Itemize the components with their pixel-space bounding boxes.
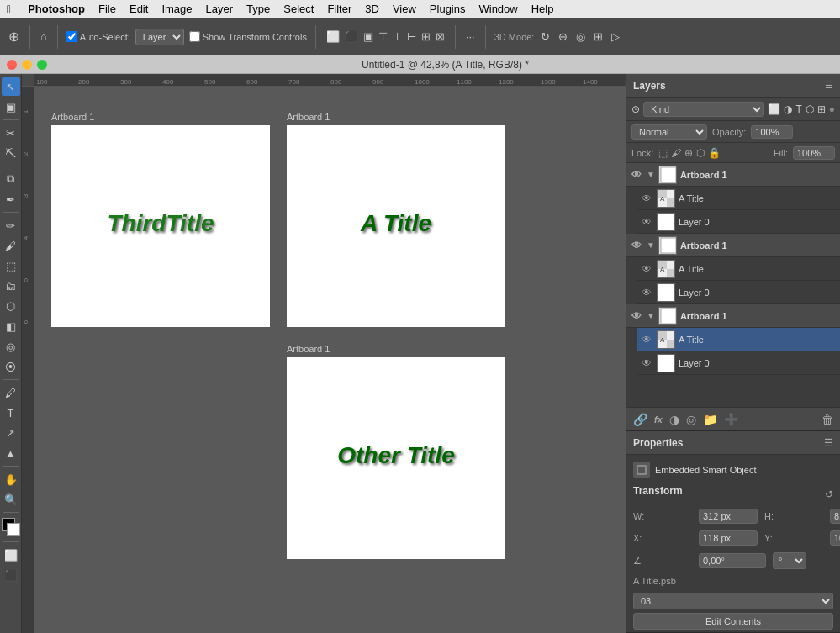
align-middle-v-icon[interactable]: ⊥ [391, 29, 404, 45]
3d-pan-icon[interactable]: ⊕ [557, 29, 569, 45]
eye-icon-ab3[interactable]: 👁 [630, 309, 643, 323]
fill-input[interactable] [793, 146, 835, 160]
filter-toggle-icon[interactable]: ● [829, 103, 835, 115]
angle-unit-select[interactable]: ° [773, 552, 806, 569]
minimize-button[interactable] [22, 60, 32, 70]
menubar-view[interactable]: View [393, 3, 416, 15]
tool-path[interactable]: ↗ [2, 424, 20, 442]
menubar-type[interactable]: Type [246, 3, 270, 15]
tool-quick-mask[interactable]: ⬜ [2, 546, 20, 564]
collapse-ab2[interactable]: ▼ [647, 240, 655, 250]
tool-shape[interactable]: ▲ [2, 444, 20, 462]
lock-all-icon[interactable]: 🔒 [708, 147, 721, 159]
tool-history[interactable]: 🗂 [2, 277, 20, 295]
align-left-icon[interactable]: ⬜ [325, 29, 341, 45]
transform-controls-checkbox[interactable] [189, 31, 200, 42]
lock-transparent-icon[interactable]: ⬚ [658, 147, 668, 159]
layer-add-btn[interactable]: ➕ [722, 411, 740, 428]
eye-icon-layer01[interactable]: 👁 [640, 215, 653, 229]
layer-link-btn[interactable]: 🔗 [631, 411, 649, 428]
maximize-button[interactable] [37, 60, 47, 70]
align-center-h-icon[interactable]: ⬛ [343, 29, 360, 45]
tool-blur[interactable]: ◎ [2, 337, 20, 356]
tool-screen-mode[interactable]: ⬛ [2, 566, 20, 584]
tool-crop[interactable]: ⧉ [2, 170, 20, 188]
menubar-image[interactable]: Image [161, 3, 192, 15]
align-top-icon[interactable]: ⊤ [377, 29, 389, 45]
layer-a-title-3[interactable]: 👁 A A Title [637, 328, 840, 351]
tool-clone[interactable]: ⬚ [2, 256, 20, 275]
filter-type-icon[interactable]: ⊙ [631, 103, 640, 115]
h-input[interactable] [830, 509, 840, 524]
align-bottom-icon[interactable]: ⊢ [405, 29, 418, 45]
tool-eyedropper[interactable]: ✒ [2, 190, 20, 208]
filter-adjust-icon[interactable]: ◑ [784, 103, 792, 115]
tool-healing[interactable]: ✏ [2, 216, 20, 235]
w-input[interactable] [699, 509, 758, 524]
layer-a-title-2[interactable]: 👁 A A Title [637, 257, 840, 281]
layer-layer0-2[interactable]: 👁 Layer 0 [637, 281, 840, 304]
filter-shape-icon[interactable]: ⬡ [806, 103, 814, 115]
eye-icon-layer03[interactable]: 👁 [640, 356, 653, 370]
menubar-edit[interactable]: Edit [129, 3, 148, 15]
layer-layer0-1[interactable]: 👁 Layer 0 [637, 210, 840, 234]
3d-extra-icon[interactable]: ▷ [610, 29, 621, 45]
layer-adjustment-btn[interactable]: ◎ [684, 411, 698, 428]
3d-scale-icon[interactable]: ⊞ [592, 29, 605, 45]
color-swatch[interactable] [2, 518, 20, 536]
align-right-icon[interactable]: ▣ [362, 29, 375, 45]
artboard-1-canvas[interactable]: ThirdTitle [51, 125, 270, 327]
tool-wand[interactable]: ⛏ [2, 144, 20, 162]
filter-smart-icon[interactable]: ⊞ [817, 103, 826, 115]
artboard-header-1[interactable]: 👁 ▼ Artboard 1 [626, 163, 840, 187]
home-icon[interactable]: ⌂ [39, 29, 49, 45]
lock-position-icon[interactable]: ⊕ [684, 147, 693, 159]
lock-artboard-icon[interactable]: ⬡ [696, 147, 705, 159]
eye-icon-atitle2[interactable]: 👁 [640, 262, 653, 276]
tool-hand[interactable]: ✋ [2, 470, 20, 488]
tool-move[interactable]: ↖ [2, 77, 20, 96]
menubar-layer[interactable]: Layer [206, 3, 234, 15]
layer-fx-btn[interactable]: fx [652, 413, 664, 426]
artboard-3-canvas[interactable]: Other Title [287, 357, 505, 559]
angle-input[interactable] [699, 553, 766, 568]
filter-kind-select[interactable]: Kind [643, 102, 764, 117]
more-options-icon[interactable]: ··· [464, 29, 477, 45]
3d-orbit-icon[interactable]: ◎ [574, 29, 587, 45]
layer-layer0-3[interactable]: 👁 Layer 0 [637, 351, 840, 375]
eye-icon-ab1[interactable]: 👁 [630, 168, 643, 182]
layer-group-btn[interactable]: 📁 [701, 411, 719, 428]
menubar-plugins[interactable]: Plugins [430, 3, 466, 15]
transform-reset-icon[interactable]: ↺ [825, 488, 833, 500]
eye-icon-atitle1[interactable]: 👁 [640, 192, 653, 205]
auto-select-checkbox[interactable] [66, 31, 77, 42]
opacity-input[interactable] [751, 125, 793, 139]
tool-type[interactable]: T [2, 404, 20, 422]
apple-menu[interactable]:  [7, 3, 11, 16]
panel-menu-icon[interactable]: ☰ [825, 80, 833, 91]
move-tool-icon[interactable]: ⊕ [7, 27, 21, 46]
background-color[interactable] [7, 523, 20, 536]
y-input[interactable] [830, 530, 840, 546]
tool-brush[interactable]: 🖌 [2, 236, 20, 255]
distribute-h-icon[interactable]: ⊞ [420, 29, 432, 45]
menubar-filter[interactable]: Filter [327, 3, 351, 15]
blend-mode-select[interactable]: Normal [631, 124, 707, 140]
edit-contents-button[interactable]: Edit Contents [633, 613, 833, 630]
menubar-photoshop[interactable]: Photoshop [28, 3, 85, 15]
collapse-ab1[interactable]: ▼ [647, 170, 655, 179]
tool-lasso[interactable]: ✂ [2, 124, 20, 142]
menubar-select[interactable]: Select [283, 3, 314, 15]
artboard-header-2[interactable]: 👁 ▼ Artboard 1 [626, 234, 840, 257]
menubar-3d[interactable]: 3D [365, 3, 379, 15]
artboard-header-3[interactable]: 👁 ▼ Artboard 1 [626, 304, 840, 328]
collapse-ab3[interactable]: ▼ [647, 311, 655, 320]
x-input[interactable] [699, 530, 758, 546]
tool-pen[interactable]: 🖊 [2, 383, 20, 402]
close-button[interactable] [7, 60, 17, 70]
menubar-window[interactable]: Window [478, 3, 517, 15]
artboard-2-canvas[interactable]: A Title [287, 125, 505, 327]
lock-image-icon[interactable]: 🖌 [671, 147, 681, 159]
menubar-file[interactable]: File [98, 3, 116, 15]
menubar-help[interactable]: Help [531, 3, 554, 15]
